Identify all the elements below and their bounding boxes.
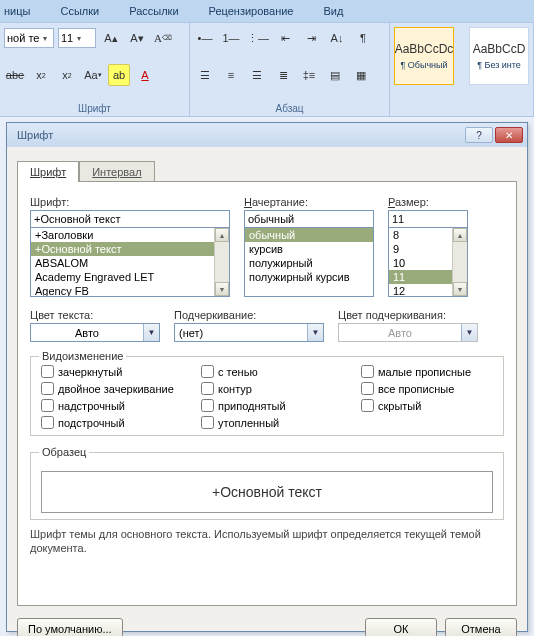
chk-superscript[interactable]: надстрочный [41,399,201,412]
ribbon: ной те▾ 11▾ A▴ A▾ A⌫ abe x2 x2 Aa▾ ab A … [0,22,534,117]
tabbar: Шрифт Интервал [17,161,527,182]
justify-icon[interactable]: ≣ [272,64,294,86]
highlight-icon[interactable]: ab [108,64,130,86]
chk-allcaps[interactable]: все прописные [361,382,511,395]
style-input[interactable] [244,210,374,228]
menu-item[interactable]: Рассылки [129,5,178,17]
group-title-font: Шрифт [4,101,185,116]
ul-color-label: Цвет подчеркивания: [338,309,478,321]
style-card-nospacing[interactable]: AaBbCcD ¶ Без инте [469,27,529,85]
font-listbox[interactable]: +Заголовки +Основной текст ABSALOM Acade… [30,227,230,297]
strike-icon[interactable]: abe [4,64,26,86]
align-left-icon[interactable]: ☰ [194,64,216,86]
chk-outline[interactable]: контур [201,382,361,395]
effects-legend: Видоизменение [39,350,126,362]
shrink-font-icon[interactable]: A▾ [126,27,148,49]
underline-label: Подчеркивание: [174,309,324,321]
outdent-icon[interactable]: ⇤ [274,27,296,49]
font-family-combo[interactable]: ной те▾ [4,28,54,48]
scroll-up-icon[interactable]: ▲ [453,228,467,242]
clear-format-icon[interactable]: A⌫ [152,27,174,49]
line-spacing-icon[interactable]: ‡≡ [298,64,320,86]
align-center-icon[interactable]: ≡ [220,64,242,86]
titlebar[interactable]: Шрифт ? ✕ [7,123,527,147]
effects-group: Видоизменение зачеркнутый с тенью малые … [30,356,504,436]
hint-text: Шрифт темы для основного текста. Использ… [30,528,504,556]
font-color-icon[interactable]: A [134,64,156,86]
chk-dblstrike[interactable]: двойное зачеркивание [41,382,201,395]
ok-button[interactable]: ОК [365,618,437,636]
align-right-icon[interactable]: ☰ [246,64,268,86]
scrollbar[interactable]: ▲ ▼ [452,228,467,296]
style-listbox[interactable]: обычный курсив полужирный полужирный кур… [244,227,374,297]
underline-color-combo: Авто▼ [338,323,478,342]
underline-combo[interactable]: (нет)▼ [174,323,324,342]
sort-icon[interactable]: A↓ [326,27,348,49]
help-button[interactable]: ? [465,127,493,143]
scroll-up-icon[interactable]: ▲ [215,228,229,242]
cancel-button[interactable]: Отмена [445,618,517,636]
chk-smallcaps[interactable]: малые прописные [361,365,511,378]
scroll-down-icon[interactable]: ▼ [215,282,229,296]
indent-icon[interactable]: ⇥ [300,27,322,49]
chk-shadow[interactable]: с тенью [201,365,361,378]
subscript-icon[interactable]: x2 [30,64,52,86]
scroll-down-icon[interactable]: ▼ [453,282,467,296]
font-color-combo[interactable]: Авто▼ [30,323,160,342]
tab-font[interactable]: Шрифт [17,161,79,182]
style-label: Начертание: [244,196,374,208]
sample-group: Образец +Основной текст [30,452,504,520]
color-label: Цвет текста: [30,309,160,321]
chk-hidden[interactable]: скрытый [361,399,511,412]
style-card-normal[interactable]: AaBbCcDc ¶ Обычный [394,27,454,85]
group-title-paragraph: Абзац [194,101,385,116]
sample-legend: Образец [39,446,89,458]
font-label: Шрифт: [30,196,230,208]
numbering-icon[interactable]: 1― [220,27,242,49]
menu-item[interactable]: Рецензирование [209,5,294,17]
borders-icon[interactable]: ▦ [350,64,372,86]
chk-subscript[interactable]: подстрочный [41,416,201,429]
chk-strikethrough[interactable]: зачеркнутый [41,365,201,378]
superscript-icon[interactable]: x2 [56,64,78,86]
dialog-title: Шрифт [17,129,53,141]
size-label: Размер: [388,196,468,208]
menu-item[interactable]: Ссылки [60,5,99,17]
tab-spacing[interactable]: Интервал [79,161,154,182]
scrollbar[interactable]: ▲ ▼ [214,228,229,296]
multilevel-icon[interactable]: ⋮― [246,27,270,49]
size-input[interactable] [388,210,468,228]
grow-font-icon[interactable]: A▴ [100,27,122,49]
chk-emboss[interactable]: приподнятый [201,399,361,412]
bullets-icon[interactable]: •― [194,27,216,49]
change-case-icon[interactable]: Aa▾ [82,64,104,86]
size-listbox[interactable]: 8 9 10 11 12 ▲ ▼ [388,227,468,297]
chk-engrave[interactable]: утопленный [201,416,361,429]
shading-icon[interactable]: ▤ [324,64,346,86]
font-input[interactable] [30,210,230,228]
close-button[interactable]: ✕ [495,127,523,143]
menu-item[interactable]: ницы [4,5,30,17]
show-marks-icon[interactable]: ¶ [352,27,374,49]
menubar: ницы Ссылки Рассылки Рецензирование Вид [0,0,534,22]
menu-item[interactable]: Вид [324,5,344,17]
tab-panel-font: Шрифт: +Заголовки +Основной текст ABSALO… [17,181,517,606]
font-size-combo[interactable]: 11▾ [58,28,96,48]
default-button[interactable]: По умолчанию... [17,618,123,636]
font-dialog: Шрифт ? ✕ Шрифт Интервал Шрифт: +Заголов… [6,122,528,632]
button-bar: По умолчанию... ОК Отмена [7,614,527,636]
sample-preview: +Основной текст [41,471,493,513]
